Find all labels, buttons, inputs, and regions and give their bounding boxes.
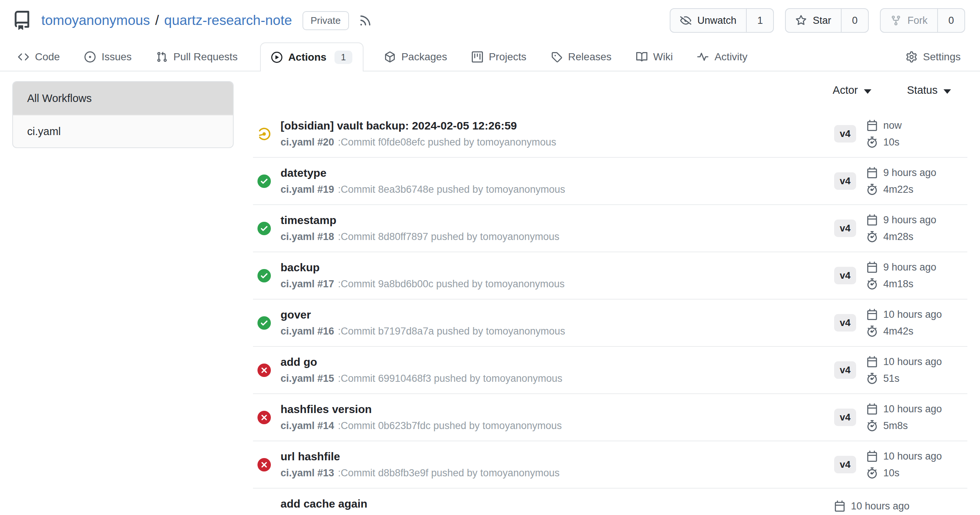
run-meta-block: v4 now 10s bbox=[834, 120, 967, 148]
check-circle-icon bbox=[258, 316, 271, 330]
run-duration: 5m8s bbox=[883, 420, 908, 432]
tab-settings[interactable]: Settings bbox=[902, 43, 965, 72]
forks-count[interactable]: 0 bbox=[937, 9, 964, 32]
rss-feed-icon[interactable] bbox=[359, 14, 372, 27]
run-workflow-number[interactable]: ci.yaml #19 bbox=[280, 184, 334, 196]
run-subtitle: ci.yaml #13 :Commit d8b8fb3e9f pushed by… bbox=[280, 467, 834, 479]
run-workflow-number[interactable]: ci.yaml #16 bbox=[280, 326, 334, 337]
repo-owner-link[interactable]: tomoyanonymous bbox=[41, 13, 150, 28]
chevron-down-icon bbox=[864, 89, 871, 94]
workflow-run-row[interactable]: datetype ci.yaml #19 :Commit 8ea3b6748e … bbox=[253, 158, 967, 205]
run-status-icon bbox=[258, 458, 271, 472]
tab-label: Releases bbox=[568, 51, 612, 63]
run-version-badge: v4 bbox=[834, 267, 856, 284]
repo-book-icon bbox=[12, 11, 32, 30]
tab-releases[interactable]: Releases bbox=[547, 43, 616, 72]
workflow-run-row[interactable]: [obsidian] vault backup: 2024-02-05 12:2… bbox=[253, 111, 967, 158]
tab-projects[interactable]: Projects bbox=[467, 43, 531, 72]
tab-issues[interactable]: Issues bbox=[80, 43, 136, 72]
run-title-link[interactable]: hashfiles version bbox=[280, 403, 372, 415]
run-workflow-number[interactable]: ci.yaml #17 bbox=[280, 278, 334, 290]
stars-count[interactable]: 0 bbox=[841, 9, 868, 32]
stopwatch-icon bbox=[867, 467, 878, 478]
stopwatch-icon bbox=[867, 278, 878, 289]
run-meta-block: v4 9 hours ago 4m28s bbox=[834, 215, 967, 243]
star-icon bbox=[795, 15, 807, 26]
run-title-link[interactable]: timestamp bbox=[280, 214, 336, 226]
chevron-down-icon bbox=[943, 89, 951, 94]
fork-button[interactable]: Fork 0 bbox=[880, 8, 965, 33]
run-title-link[interactable]: add go bbox=[280, 356, 317, 368]
check-circle-icon bbox=[258, 222, 271, 235]
unwatch-button[interactable]: Unwatch 1 bbox=[670, 8, 774, 33]
run-workflow-number[interactable]: ci.yaml #13 bbox=[280, 467, 334, 479]
run-duration-line: 51s bbox=[867, 373, 967, 385]
tab-label: Settings bbox=[923, 51, 961, 63]
run-title-link[interactable]: backup bbox=[280, 261, 320, 273]
run-title-link[interactable]: gover bbox=[280, 308, 311, 321]
calendar-icon bbox=[867, 356, 878, 367]
tab-packages[interactable]: Packages bbox=[380, 43, 452, 72]
run-duration-line: 4m42s bbox=[867, 326, 967, 337]
pulse-icon bbox=[697, 51, 708, 62]
sidebar-item-ci-yaml[interactable]: ci.yaml bbox=[13, 114, 233, 147]
run-workflow-number[interactable]: ci.yaml #20 bbox=[280, 137, 334, 148]
workflow-run-row[interactable]: gover ci.yaml #16 :Commit b7197d8a7a pus… bbox=[253, 300, 967, 347]
calendar-icon bbox=[834, 501, 845, 512]
actor-filter-label: Actor bbox=[833, 84, 858, 96]
sidebar-item-all-workflows[interactable]: All Workflows bbox=[13, 82, 233, 114]
run-meta-block: v4 10 hours ago 51s bbox=[834, 356, 967, 385]
project-icon bbox=[472, 51, 483, 62]
tab-code[interactable]: Code bbox=[13, 43, 64, 72]
run-workflow-number[interactable]: ci.yaml #15 bbox=[280, 373, 334, 385]
actor-filter-dropdown[interactable]: Actor bbox=[833, 84, 871, 96]
gear-icon bbox=[906, 51, 917, 62]
run-workflow-number[interactable]: ci.yaml #14 bbox=[280, 420, 334, 432]
run-meta-block: v4 10 hours ago 5m8s bbox=[834, 404, 967, 432]
tab-label: Wiki bbox=[653, 51, 673, 63]
run-started-line: 10 hours ago bbox=[834, 501, 967, 512]
tab-pull-requests[interactable]: Pull Requests bbox=[152, 43, 242, 72]
star-button[interactable]: Star 0 bbox=[785, 8, 869, 33]
run-started-time: now bbox=[883, 120, 902, 131]
tab-label: Projects bbox=[489, 51, 527, 63]
stopwatch-icon bbox=[867, 420, 878, 431]
run-title-link[interactable]: add cache again bbox=[280, 498, 367, 510]
tab-wiki[interactable]: Wiki bbox=[632, 43, 678, 72]
repo-name-link[interactable]: quartz-research-note bbox=[164, 13, 292, 28]
workflow-run-row[interactable]: add go ci.yaml #15 :Commit 69910468f3 pu… bbox=[253, 347, 967, 394]
run-started-line: 10 hours ago bbox=[867, 356, 967, 368]
run-subtitle: ci.yaml #19 :Commit 8ea3b6748e pushed by… bbox=[280, 184, 834, 196]
sidebar-item-label: All Workflows bbox=[27, 92, 92, 105]
status-filter-dropdown[interactable]: Status bbox=[907, 84, 951, 96]
calendar-icon bbox=[867, 215, 878, 226]
run-commit-description: :Commit 69910468f3 pushed by tomoyanonym… bbox=[338, 373, 562, 385]
tab-actions[interactable]: Actions 1 bbox=[260, 43, 363, 72]
run-workflow-number[interactable]: ci.yaml #18 bbox=[280, 231, 334, 243]
tab-activity[interactable]: Activity bbox=[693, 43, 752, 72]
calendar-icon bbox=[867, 404, 878, 415]
run-time-meta: 10 hours ago 4m42s bbox=[867, 309, 967, 337]
workflow-run-row[interactable]: add cache again 10 hours ago bbox=[253, 489, 967, 515]
run-meta-block: v4 9 hours ago 4m18s bbox=[834, 262, 967, 290]
tab-label: Pull Requests bbox=[173, 51, 238, 63]
tab-label: Packages bbox=[401, 51, 447, 63]
run-commit-description: :Commit b7197d8a7a pushed by tomoyanonym… bbox=[338, 326, 565, 337]
run-title-link[interactable]: [obsidian] vault backup: 2024-02-05 12:2… bbox=[280, 119, 517, 132]
run-commit-description: :Commit 8d80ff7897 pushed by tomoyanonym… bbox=[338, 231, 559, 243]
run-title-link[interactable]: url hashfile bbox=[280, 450, 340, 463]
run-status-icon bbox=[258, 269, 271, 283]
run-started-line: 9 hours ago bbox=[867, 167, 967, 179]
workflow-run-row[interactable]: hashfiles version ci.yaml #14 :Commit 0b… bbox=[253, 394, 967, 441]
run-status-icon bbox=[258, 175, 271, 188]
run-title-link[interactable]: datetype bbox=[280, 167, 326, 179]
workflow-run-row[interactable]: url hashfile ci.yaml #13 :Commit d8b8fb3… bbox=[253, 441, 967, 489]
workflow-run-row[interactable]: timestamp ci.yaml #18 :Commit 8d80ff7897… bbox=[253, 205, 967, 252]
run-version-badge: v4 bbox=[834, 361, 856, 379]
breadcrumb: tomoyanonymous / quartz-research-note bbox=[41, 13, 292, 28]
run-started-line: 10 hours ago bbox=[867, 404, 967, 415]
workflow-run-row[interactable]: backup ci.yaml #17 :Commit 9a8bd6b00c pu… bbox=[253, 252, 967, 300]
run-started-time: 10 hours ago bbox=[851, 501, 910, 512]
watchers-count[interactable]: 1 bbox=[746, 9, 773, 32]
run-started-time: 10 hours ago bbox=[883, 309, 942, 320]
